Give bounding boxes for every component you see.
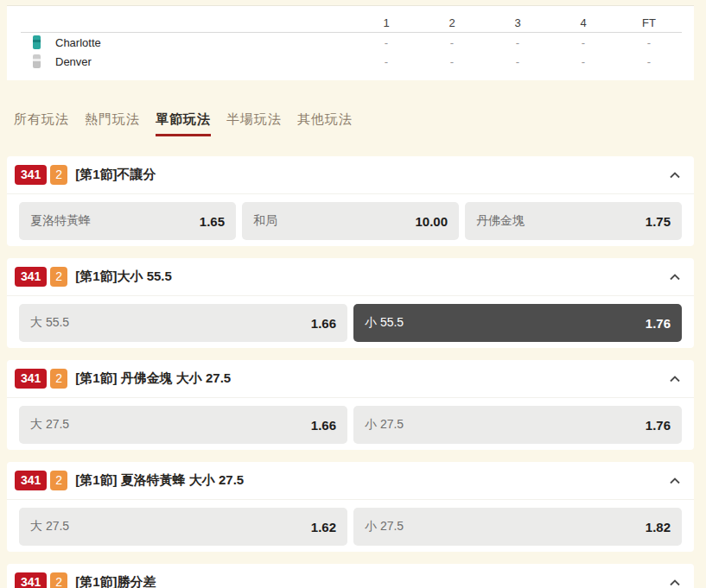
bet-option-under[interactable]: 小 55.5 1.76 bbox=[353, 304, 682, 342]
bet-option-label: 小 27.5 bbox=[365, 417, 404, 433]
market-title: [第1節] 夏洛特黃蜂 大小 27.5 bbox=[75, 472, 244, 489]
bet-option-over[interactable]: 大 27.5 1.62 bbox=[19, 508, 347, 546]
market-tabs: 所有玩法 熱門玩法 單節玩法 半場玩法 其他玩法 bbox=[14, 111, 706, 136]
score-cell: - bbox=[485, 55, 550, 68]
col-ft: FT bbox=[616, 16, 682, 29]
tab-hot-plays[interactable]: 熱門玩法 bbox=[85, 111, 140, 136]
bet-option-label: 大 55.5 bbox=[30, 315, 69, 331]
score-cell: - bbox=[353, 55, 419, 68]
market-card-q1-denver-total: 341 2 [第1節] 丹佛金塊 大小 27.5 大 27.5 1.66 小 2… bbox=[7, 360, 694, 450]
bet-option-odds: 1.76 bbox=[646, 316, 671, 331]
col-q1: 1 bbox=[353, 16, 419, 29]
market-header[interactable]: 341 2 [第1節] 夏洛特黃蜂 大小 27.5 bbox=[7, 462, 694, 500]
market-count-badge: 2 bbox=[50, 471, 67, 490]
team-name: Denver bbox=[55, 55, 92, 68]
bet-option-over[interactable]: 大 55.5 1.66 bbox=[19, 304, 347, 342]
bet-option-under[interactable]: 小 27.5 1.82 bbox=[353, 508, 682, 546]
market-title: [第1節] 丹佛金塊 大小 27.5 bbox=[75, 370, 231, 387]
tab-single-quarter-plays[interactable]: 單節玩法 bbox=[156, 111, 211, 136]
col-q3: 3 bbox=[485, 16, 550, 29]
market-count-badge: 2 bbox=[50, 165, 67, 185]
bet-option-charlotte[interactable]: 夏洛特黃蜂 1.65 bbox=[19, 202, 236, 240]
score-cell: - bbox=[419, 36, 485, 49]
bet-option-odds: 1.66 bbox=[311, 418, 336, 433]
bet-option-draw[interactable]: 和局 10.00 bbox=[242, 202, 459, 240]
bet-option-odds: 1.66 bbox=[311, 316, 336, 331]
market-id-badge: 341 bbox=[15, 369, 47, 389]
bet-option-label: 丹佛金塊 bbox=[476, 213, 525, 229]
col-q4: 4 bbox=[550, 16, 616, 29]
market-header[interactable]: 341 2 [第1節] 丹佛金塊 大小 27.5 bbox=[7, 360, 694, 398]
team-name: Charlotte bbox=[55, 36, 101, 49]
bet-option-label: 小 55.5 bbox=[365, 315, 404, 331]
market-id-badge: 341 bbox=[15, 572, 47, 588]
bet-option-denver[interactable]: 丹佛金塊 1.75 bbox=[465, 202, 682, 240]
bet-option-odds: 1.62 bbox=[311, 520, 336, 534]
market-card-q1-charlotte-total: 341 2 [第1節] 夏洛特黃蜂 大小 27.5 大 27.5 1.62 小 … bbox=[7, 462, 694, 552]
chevron-up-icon[interactable] bbox=[670, 579, 680, 586]
market-title: [第1節]勝分差 bbox=[75, 574, 156, 588]
market-card-q1-winning-margin: 341 2 [第1節]勝分差 bbox=[7, 564, 694, 588]
market-header[interactable]: 341 2 [第1節]大小 55.5 bbox=[7, 258, 694, 296]
market-id-badge: 341 bbox=[15, 267, 47, 287]
chevron-up-icon[interactable] bbox=[670, 376, 680, 383]
market-header[interactable]: 341 2 [第1節]不讓分 bbox=[7, 156, 694, 194]
bet-option-odds: 1.82 bbox=[646, 520, 671, 534]
market-header[interactable]: 341 2 [第1節]勝分差 bbox=[7, 564, 694, 588]
chevron-up-icon[interactable] bbox=[670, 172, 680, 179]
market-card-q1-moneyline: 341 2 [第1節]不讓分 夏洛特黃蜂 1.65 和局 10.00 丹佛金塊 … bbox=[7, 156, 694, 246]
score-cell: - bbox=[616, 55, 682, 68]
denver-jersey-icon bbox=[33, 54, 41, 68]
charlotte-jersey-icon bbox=[33, 35, 41, 49]
tab-all-plays[interactable]: 所有玩法 bbox=[14, 111, 69, 136]
market-title: [第1節]不讓分 bbox=[75, 167, 156, 183]
market-title: [第1節]大小 55.5 bbox=[75, 269, 172, 285]
bet-option-over[interactable]: 大 27.5 1.66 bbox=[19, 406, 347, 444]
bet-option-odds: 1.75 bbox=[646, 214, 671, 229]
bet-option-label: 大 27.5 bbox=[30, 417, 69, 433]
bet-option-odds: 10.00 bbox=[415, 214, 448, 229]
tab-other-plays[interactable]: 其他玩法 bbox=[297, 111, 353, 136]
score-cell: - bbox=[419, 55, 485, 68]
bet-option-label: 夏洛特黃蜂 bbox=[30, 213, 91, 229]
bet-option-label: 和局 bbox=[253, 213, 277, 229]
score-cell: - bbox=[550, 55, 616, 68]
market-id-badge: 341 bbox=[15, 165, 47, 185]
scoreboard-header: 1 2 3 4 FT bbox=[21, 13, 682, 33]
market-count-badge: 2 bbox=[50, 369, 67, 389]
score-cell: - bbox=[616, 36, 682, 49]
bet-option-label: 小 27.5 bbox=[365, 519, 404, 534]
tab-half-plays[interactable]: 半場玩法 bbox=[226, 111, 282, 136]
chevron-up-icon[interactable] bbox=[670, 477, 680, 484]
col-q2: 2 bbox=[419, 16, 485, 29]
team-row-denver: Denver - - - - - bbox=[21, 52, 682, 71]
bet-option-odds: 1.65 bbox=[200, 214, 225, 229]
score-cell: - bbox=[485, 36, 550, 49]
market-id-badge: 341 bbox=[15, 471, 47, 490]
bet-option-under[interactable]: 小 27.5 1.76 bbox=[353, 406, 682, 444]
team-row-charlotte: Charlotte - - - - - bbox=[21, 33, 682, 52]
bet-option-odds: 1.76 bbox=[646, 418, 671, 433]
market-count-badge: 2 bbox=[50, 267, 67, 287]
score-cell: - bbox=[550, 36, 616, 49]
scoreboard-card: 1 2 3 4 FT Charlotte - - - - - Denver - … bbox=[7, 5, 694, 80]
market-count-badge: 2 bbox=[50, 572, 67, 588]
chevron-up-icon[interactable] bbox=[670, 274, 680, 281]
market-card-q1-total: 341 2 [第1節]大小 55.5 大 55.5 1.66 小 55.5 1.… bbox=[7, 258, 694, 348]
score-cell: - bbox=[353, 36, 419, 49]
bet-option-label: 大 27.5 bbox=[30, 519, 69, 534]
